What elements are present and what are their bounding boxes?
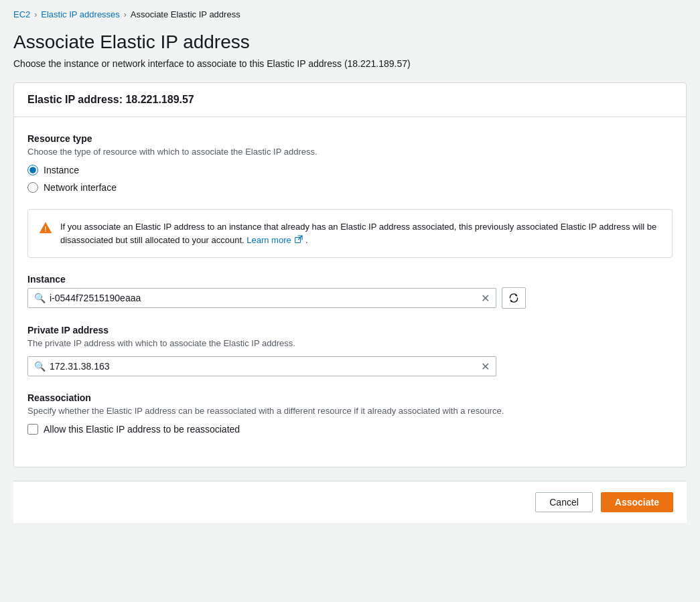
page-container: Associate Elastic IP address Choose the … — [0, 31, 700, 536]
instance-input-group: 🔍 ✕ — [27, 287, 673, 309]
radio-network-interface[interactable]: Network interface — [27, 182, 673, 193]
instance-refresh-button[interactable] — [502, 287, 526, 309]
warning-box: ! If you associate an Elastic IP address… — [27, 209, 673, 258]
private-ip-label: Private IP address — [27, 325, 673, 335]
warning-text-part1: If you associate an Elastic IP address t… — [60, 222, 656, 245]
refresh-icon — [508, 293, 519, 303]
instance-label: Instance — [27, 274, 673, 285]
cancel-button[interactable]: Cancel — [535, 492, 593, 512]
main-panel: Elastic IP address: 18.221.189.57 Resour… — [13, 82, 687, 467]
instance-input[interactable] — [27, 288, 496, 308]
radio-network-interface-label: Network interface — [44, 182, 117, 193]
private-ip-clear-button[interactable]: ✕ — [480, 359, 491, 374]
resource-type-radio-group: Instance Network interface — [27, 165, 673, 193]
page-subtitle: Choose the instance or network interface… — [13, 58, 687, 69]
footer: Cancel Associate — [13, 481, 687, 523]
reassociation-checkbox[interactable] — [27, 424, 38, 435]
private-ip-input[interactable] — [27, 356, 496, 376]
reassociation-section: Reassociation Specify whether the Elasti… — [27, 392, 673, 435]
warning-icon: ! — [39, 221, 52, 234]
breadcrumb: EC2 › Elastic IP addresses › Associate E… — [0, 0, 700, 26]
panel-header-title: Elastic IP address: 18.221.189.57 — [27, 94, 194, 105]
breadcrumb-sep-2: › — [124, 10, 127, 19]
radio-instance[interactable]: Instance — [27, 165, 673, 175]
reassociation-checkbox-label: Allow this Elastic IP address to be reas… — [44, 424, 240, 435]
page-title: Associate Elastic IP address — [13, 31, 687, 53]
breadcrumb-ec2[interactable]: EC2 — [13, 9, 30, 19]
reassociation-description: Specify whether the Elastic IP address c… — [27, 406, 673, 416]
warning-text-part2: . — [305, 235, 308, 245]
breadcrumb-sep-1: › — [34, 10, 37, 19]
instance-clear-button[interactable]: ✕ — [480, 291, 491, 306]
resource-type-section: Resource type Choose the type of resourc… — [27, 133, 673, 193]
reassociation-checkbox-group[interactable]: Allow this Elastic IP address to be reas… — [27, 424, 673, 435]
warning-text: If you associate an Elastic IP address t… — [60, 220, 661, 246]
learn-more-link[interactable]: Learn more — [247, 235, 305, 245]
reassociation-label: Reassociation — [27, 392, 673, 403]
resource-type-label: Resource type — [27, 133, 673, 144]
breadcrumb-current: Associate Elastic IP address — [131, 9, 240, 19]
private-ip-search-icon: 🔍 — [34, 361, 46, 372]
instance-search-icon: 🔍 — [34, 293, 46, 303]
associate-button[interactable]: Associate — [601, 492, 673, 512]
radio-instance-input[interactable] — [27, 165, 38, 175]
panel-header: Elastic IP address: 18.221.189.57 — [14, 83, 686, 117]
private-ip-input-wrapper: 🔍 ✕ — [27, 356, 496, 376]
resource-type-description: Choose the type of resource with which t… — [27, 147, 673, 157]
breadcrumb-elastic-ips[interactable]: Elastic IP addresses — [41, 9, 120, 19]
private-ip-description: The private IP address with which to ass… — [27, 338, 673, 348]
svg-text:!: ! — [44, 226, 46, 233]
external-link-icon — [295, 235, 303, 243]
private-ip-section: Private IP address The private IP addres… — [27, 325, 673, 376]
panel-body: Resource type Choose the type of resourc… — [14, 117, 686, 467]
radio-network-interface-input[interactable] — [27, 182, 38, 193]
radio-instance-label: Instance — [44, 165, 79, 175]
instance-section: Instance 🔍 ✕ — [27, 274, 673, 309]
instance-search-wrapper: 🔍 ✕ — [27, 288, 496, 308]
